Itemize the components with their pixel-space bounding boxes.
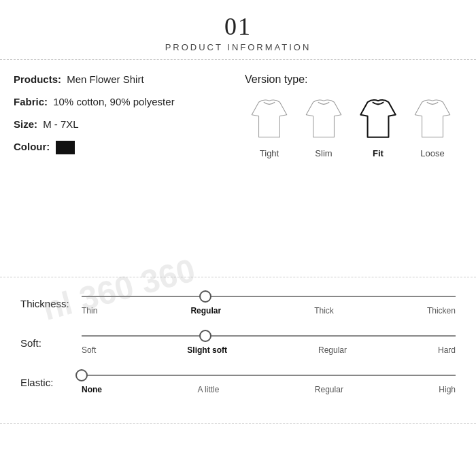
slider-container-0[interactable]: ThinRegularThickThicken [82,291,456,315]
slider-tick-1-1: Slight soft [187,345,227,355]
slider-tick-labels-0: ThinRegularThickThicken [82,306,456,315]
colour-label: Colour: [14,141,50,152]
colour-row: Colour: [14,141,224,154]
shirt-label-slim: Slim [315,148,332,158]
slider-track-row-2 [82,370,456,381]
slider-tick-1-3: Hard [438,345,456,355]
slider-label-0: Thickness: [20,298,82,309]
slider-tick-1-0: Soft [82,345,96,355]
shirt-label-tight: Tight [260,148,279,158]
slider-tick-2-2: Regular [315,385,343,394]
colour-swatch [56,141,75,154]
header-subtitle: PRODUCT INFORMATION [0,42,476,52]
slider-tick-labels-1: SoftSlight softRegularHard [82,345,456,355]
slider-thumb-1[interactable] [199,330,211,342]
slider-tick-1-2: Regular [318,345,347,355]
slider-track-0[interactable] [82,296,456,297]
product-info: Products: Men Flower Shirt Fabric: 10% c… [14,73,238,270]
version-type-title: Version type: [245,73,462,86]
size-label: Size: [14,118,37,130]
top-section: Products: Men Flower Shirt Fabric: 10% c… [0,60,476,277]
slider-tick-0-3: Thicken [427,306,456,315]
slider-container-2[interactable]: NoneA littleRegularHigh [82,370,456,394]
products-label: Products: [14,73,61,85]
fabric-label: Fabric: [14,96,48,107]
slider-row-0: Thickness:ThinRegularThickThicken [20,291,456,315]
products-value: Men Flower Shirt [67,73,143,85]
slider-track-1[interactable] [82,335,456,337]
shirt-label-fit: Fit [373,148,384,158]
slider-tick-0-1: Regular [190,306,221,315]
slider-thumb-2[interactable] [75,369,88,381]
size-value: M - 7XL [43,118,79,130]
slider-label-2: Elastic: [20,377,82,388]
bottom-section: Thickness:ThinRegularThickThickenSoft:So… [0,277,476,424]
shirt-item-fit[interactable]: Fit [354,95,403,158]
slider-tick-2-0: None [82,385,102,394]
slider-tick-2-1: A little [197,385,219,394]
slider-thumb-0[interactable] [199,290,211,303]
slider-track-row-1 [82,330,456,341]
shirt-item-slim[interactable]: Slim [299,95,348,158]
slider-tick-labels-2: NoneA littleRegularHigh [82,385,456,394]
slider-tick-0-2: Thick [314,306,334,315]
header-number: 01 [0,12,476,41]
header: 01 PRODUCT INFORMATION [0,0,476,60]
size-row: Size: M - 7XL [14,118,224,130]
shirt-item-loose[interactable]: Loose [408,95,457,158]
slider-label-1: Soft: [20,337,82,349]
fabric-value: 10% cotton, 90% polyester [53,96,174,107]
slider-tick-2-3: High [439,385,456,394]
slider-container-1[interactable]: SoftSlight softRegularHard [82,330,456,355]
slider-tick-0-0: Thin [82,306,97,315]
products-row: Products: Men Flower Shirt [14,73,224,85]
slider-row-2: Elastic:NoneA littleRegularHigh [20,370,456,394]
version-type: Version type: Tight Slim Fit Loose [238,73,462,270]
slider-track-2[interactable] [82,375,456,376]
page: 01 PRODUCT INFORMATION Products: Men Flo… [0,0,476,461]
fabric-row: Fabric: 10% cotton, 90% polyester [14,96,224,107]
shirt-label-loose: Loose [420,148,444,158]
slider-track-row-0 [82,291,456,302]
shirt-item-tight[interactable]: Tight [245,95,294,158]
shirts-row: Tight Slim Fit Loose [245,95,462,158]
slider-row-1: Soft:SoftSlight softRegularHard [20,330,456,355]
